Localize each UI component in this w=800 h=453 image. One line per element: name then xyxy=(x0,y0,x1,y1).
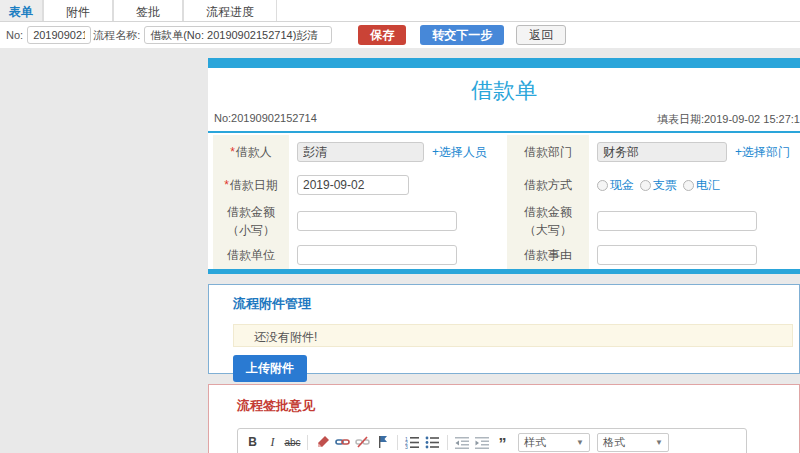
editor-toolbar: B I abc 123 xyxy=(238,429,746,453)
flow-name-input[interactable] xyxy=(144,26,332,44)
toolbar-separator xyxy=(307,435,308,450)
chevron-down-icon: ▼ xyxy=(655,438,663,447)
loan-date-input[interactable] xyxy=(297,175,409,195)
loan-method-radio-group: 现金 支票 电汇 xyxy=(597,177,726,194)
loan-unit-field xyxy=(289,241,507,269)
svg-text:3: 3 xyxy=(405,444,408,449)
upload-attachment-button[interactable]: 上传附件 xyxy=(233,355,307,382)
amount-upper-field xyxy=(589,201,794,241)
department-input[interactable] xyxy=(597,142,727,162)
approval-heading: 流程签批意见 xyxy=(237,397,793,415)
back-button[interactable]: 返回 xyxy=(516,25,566,45)
radio-cheque[interactable]: 支票 xyxy=(640,177,677,194)
amount-upper-input[interactable] xyxy=(597,211,757,231)
approval-panel: 流程签批意见 B I abc xyxy=(208,384,800,453)
loan-date-label: *借款日期 xyxy=(213,169,289,201)
no-label: No: xyxy=(6,29,23,41)
bottom-accent-bar xyxy=(208,269,800,274)
loan-unit-label: 借款单位 xyxy=(213,241,289,269)
department-field: +选择部门 xyxy=(589,135,794,169)
toolbar-separator xyxy=(397,435,398,450)
fill-date: 填表日期:2019-09-02 15:27:1 xyxy=(657,112,800,127)
flow-name-label: 流程名称: xyxy=(93,28,140,43)
style-dropdown[interactable]: 样式▼ xyxy=(518,433,590,452)
no-input[interactable] xyxy=(27,26,91,44)
outdent-icon[interactable] xyxy=(454,434,471,451)
flag-icon[interactable] xyxy=(374,434,391,451)
ordered-list-icon[interactable]: 123 xyxy=(404,434,421,451)
italic-icon[interactable]: I xyxy=(264,434,281,451)
loan-unit-input[interactable] xyxy=(297,245,457,265)
tab-approval[interactable]: 签批 xyxy=(113,0,183,21)
select-department-link[interactable]: +选择部门 xyxy=(735,144,790,161)
rich-text-editor: B I abc 123 xyxy=(237,428,747,453)
department-label: 借款部门 xyxy=(507,135,589,169)
top-accent-bar xyxy=(208,58,800,68)
amount-lower-input[interactable] xyxy=(297,211,457,231)
select-person-link[interactable]: +选择人员 xyxy=(432,144,487,161)
attachments-heading: 流程附件管理 xyxy=(233,295,793,313)
command-bar: No: 流程名称: 保存 转交下一步 返回 xyxy=(0,22,800,48)
borrower-input[interactable] xyxy=(297,142,424,162)
doc-number: No:20190902152714 xyxy=(214,112,317,127)
divider-line xyxy=(208,131,800,133)
save-button[interactable]: 保存 xyxy=(358,25,406,45)
loan-reason-field xyxy=(589,241,794,269)
main-panel: 借款单 No:20190902152714 填表日期:2019-09-02 15… xyxy=(208,58,800,453)
page-title: 借款单 xyxy=(208,68,800,110)
loan-method-field: 现金 支票 电汇 xyxy=(589,169,794,201)
tab-attachments[interactable]: 附件 xyxy=(43,0,113,21)
tab-progress[interactable]: 流程进度 xyxy=(183,0,277,21)
attachments-panel: 流程附件管理 还没有附件! 上传附件 xyxy=(208,284,800,374)
borrower-field: +选择人员 xyxy=(289,135,507,169)
radio-cheque-icon[interactable] xyxy=(640,180,651,191)
form-grid: *借款人 +选择人员 借款部门 +选择部门 *借款日期 借款方式 现金 支票 电… xyxy=(213,135,794,269)
remove-format-icon[interactable] xyxy=(314,434,331,451)
amount-lower-label: 借款金额（小写） xyxy=(213,201,289,241)
next-step-button[interactable]: 转交下一步 xyxy=(420,25,504,45)
loan-reason-input[interactable] xyxy=(597,245,757,265)
format-dropdown[interactable]: 格式▼ xyxy=(597,433,669,452)
unordered-list-icon[interactable] xyxy=(424,434,441,451)
no-attachments-alert: 还没有附件! xyxy=(233,324,793,347)
tab-form[interactable]: 表单 xyxy=(0,0,43,21)
radio-cash[interactable]: 现金 xyxy=(597,177,634,194)
indent-icon[interactable] xyxy=(474,434,491,451)
chevron-down-icon: ▼ xyxy=(576,438,584,447)
strikethrough-icon[interactable]: abc xyxy=(284,434,301,451)
loan-method-label: 借款方式 xyxy=(507,169,589,201)
header: 表单 附件 签批 流程进度 No: 流程名称: 保存 转交下一步 返回 xyxy=(0,0,800,48)
amount-lower-field xyxy=(289,201,507,241)
radio-wire[interactable]: 电汇 xyxy=(683,177,720,194)
loan-reason-label: 借款事由 xyxy=(507,241,589,269)
unlink-icon[interactable] xyxy=(354,434,371,451)
radio-cash-icon[interactable] xyxy=(597,180,608,191)
toolbar-separator xyxy=(447,435,448,450)
tab-bar: 表单 附件 签批 流程进度 xyxy=(0,0,800,22)
amount-upper-label: 借款金额（大写） xyxy=(507,201,589,241)
blockquote-icon[interactable]: ” xyxy=(494,434,511,451)
link-icon[interactable] xyxy=(334,434,351,451)
borrower-label: *借款人 xyxy=(213,135,289,169)
doc-meta-row: No:20190902152714 填表日期:2019-09-02 15:27:… xyxy=(208,110,800,131)
bold-icon[interactable]: B xyxy=(244,434,261,451)
loan-date-field xyxy=(289,169,507,201)
radio-wire-icon[interactable] xyxy=(683,180,694,191)
loan-form-panel: 借款单 No:20190902152714 填表日期:2019-09-02 15… xyxy=(208,58,800,274)
